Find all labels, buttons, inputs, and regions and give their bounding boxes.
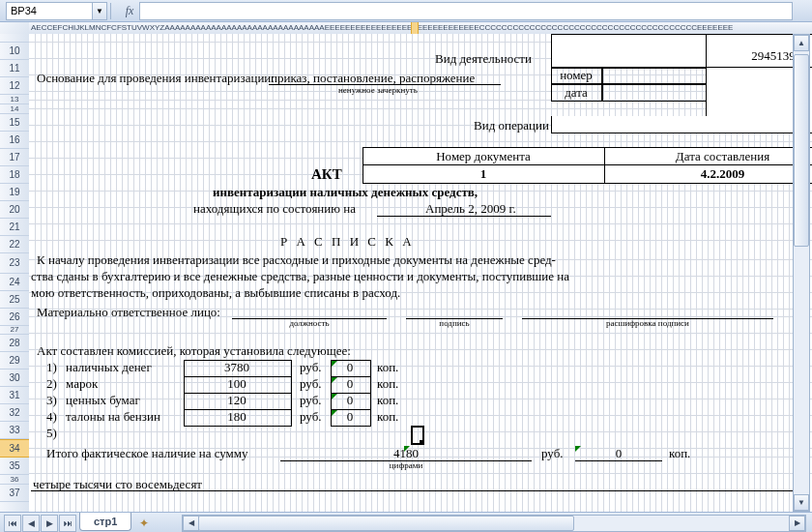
sheet-tab-1[interactable]: стр1 xyxy=(79,513,131,531)
tab-last-button[interactable]: ⏭ xyxy=(59,515,76,532)
row-header[interactable]: 16 xyxy=(0,132,29,149)
rub-unit: руб. xyxy=(300,393,322,408)
row-header[interactable]: 13 xyxy=(0,95,29,104)
paragraph-1: К началу проведения инвентаризации все р… xyxy=(37,252,556,268)
total-rub-unit: руб. xyxy=(541,446,564,461)
doc-date-value: 4.2.2009 xyxy=(604,166,812,182)
paragraph-2: ства сданы в бухгалтерию и все денежные … xyxy=(31,269,569,284)
tab-prev-button[interactable]: ◀ xyxy=(22,515,40,532)
row-headers[interactable]: 1011121314151617181920212223242526272829… xyxy=(0,34,30,512)
selected-column-marker xyxy=(411,22,419,34)
horizontal-scroll-thumb[interactable] xyxy=(198,516,573,531)
doc-number-value: 1 xyxy=(362,166,604,182)
row-header[interactable]: 26 xyxy=(0,309,29,326)
activity-type-label: Вид деятельности xyxy=(435,51,532,67)
row-header[interactable]: 14 xyxy=(0,104,29,114)
rub-unit: руб. xyxy=(300,360,322,375)
row-header[interactable]: 30 xyxy=(0,369,29,387)
tab-first-button[interactable]: ⏮ xyxy=(4,515,21,532)
insert-sheet-button[interactable]: ✦ xyxy=(135,516,153,531)
row-header[interactable]: 11 xyxy=(0,60,29,77)
row-header[interactable]: 20 xyxy=(0,201,29,219)
error-indicator-icon xyxy=(332,377,337,383)
total-label: Итого фактическое наличие на сумму xyxy=(46,446,248,461)
item-rub[interactable]: 3780 xyxy=(184,360,290,375)
kop-unit: коп. xyxy=(377,393,398,408)
row-header[interactable]: 33 xyxy=(0,422,29,439)
scroll-up-button[interactable]: ▲ xyxy=(794,35,809,51)
item-name: наличных денег xyxy=(66,360,152,375)
raspiska-heading: Р А С П И С К А xyxy=(280,234,415,250)
basis-label: Основание для проведения инвентаризации: xyxy=(37,71,275,86)
total-kop-unit: коп. xyxy=(669,446,690,461)
name-box-dropdown[interactable]: ▼ xyxy=(93,2,107,20)
row-header[interactable]: 17 xyxy=(0,149,29,166)
error-indicator-icon xyxy=(332,394,337,399)
tab-nav: ⏮ ◀ ▶ ⏭ xyxy=(4,515,77,532)
doc-title-2a: находящихся по состоянию на xyxy=(193,201,356,217)
rub-unit: руб. xyxy=(300,376,322,392)
row-header[interactable]: 25 xyxy=(0,291,29,309)
row-header[interactable]: 23 xyxy=(0,253,29,274)
row-header[interactable]: 27 xyxy=(0,326,29,335)
tab-next-button[interactable]: ▶ xyxy=(41,515,58,532)
item-rub[interactable]: 120 xyxy=(184,393,290,408)
row-header[interactable]: 29 xyxy=(0,352,29,369)
error-indicator-icon xyxy=(404,446,410,452)
paragraph-3: мою ответственность, оприходованы, а выб… xyxy=(31,285,400,301)
row-header[interactable] xyxy=(0,34,29,43)
signature-label: подпись xyxy=(406,318,503,328)
row-header[interactable]: 15 xyxy=(0,114,29,132)
chevron-down-icon: ▼ xyxy=(96,7,103,15)
commission-text: Акт составлен комиссией, которая установ… xyxy=(37,343,351,359)
kop-unit: коп. xyxy=(377,376,398,392)
decrypt-label: расшифровка подписи xyxy=(522,318,773,328)
doc-title-1: инвентаризации наличных денежных средств… xyxy=(213,185,478,200)
fill-handle[interactable] xyxy=(420,440,424,445)
item-number: 2) xyxy=(46,376,57,392)
vertical-scrollbar[interactable]: ▲ ▼ xyxy=(793,34,810,512)
sheet-content[interactable]: Вид деятельности 2945139 Основание для п… xyxy=(29,34,812,512)
error-indicator-icon xyxy=(332,361,337,367)
item-name: ценных бумаг xyxy=(66,393,140,408)
row-header[interactable]: 22 xyxy=(0,236,29,253)
row-header[interactable]: 12 xyxy=(0,77,29,95)
item-rub[interactable]: 100 xyxy=(184,376,290,392)
row-header[interactable]: 32 xyxy=(0,404,29,422)
scroll-left-button[interactable]: ◀ xyxy=(183,516,199,531)
item-number: 4) xyxy=(46,409,57,425)
row-header[interactable]: 35 xyxy=(0,458,29,475)
fx-button[interactable]: fx xyxy=(120,3,139,19)
number-label: номер xyxy=(551,68,601,83)
name-box[interactable]: BP34 xyxy=(6,2,93,20)
operation-type-label: Вид операции xyxy=(474,118,549,133)
row-header[interactable]: 28 xyxy=(0,335,29,352)
scroll-down-button[interactable]: ▼ xyxy=(794,494,809,511)
row-header[interactable]: 36 xyxy=(0,475,29,485)
kop-unit: коп. xyxy=(377,409,398,425)
spreadsheet-grid[interactable]: AECCEFCHIJKLMNCFCFSTUVWXYZAAAAAAAAAAAAAA… xyxy=(0,22,812,512)
row-header[interactable]: 18 xyxy=(0,166,29,184)
row-header[interactable]: 19 xyxy=(0,184,29,201)
error-indicator-icon xyxy=(332,410,337,416)
item-number: 3) xyxy=(46,393,57,408)
rub-unit: руб. xyxy=(300,409,322,425)
formula-input[interactable] xyxy=(139,2,793,20)
row-header[interactable]: 24 xyxy=(0,274,29,291)
item-rub[interactable]: 180 xyxy=(184,409,290,425)
row-header[interactable]: 34 xyxy=(0,439,29,458)
item-name: марок xyxy=(66,376,98,392)
row-header[interactable]: 37 xyxy=(0,485,29,502)
horizontal-scrollbar[interactable]: ◀ ▶ xyxy=(182,515,806,532)
total-kop: 0 xyxy=(575,446,662,461)
akt-title: АКТ xyxy=(311,166,342,183)
item-name: талоны на бензин xyxy=(66,409,160,425)
row-header[interactable]: 21 xyxy=(0,219,29,236)
vertical-scroll-thumb[interactable] xyxy=(794,54,809,247)
sheet-tab-bar: ⏮ ◀ ▶ ⏭ стр1 ✦ ◀ ▶ xyxy=(0,512,812,532)
row-header[interactable]: 31 xyxy=(0,387,29,404)
doc-number-header: Номер документа xyxy=(362,149,604,164)
scroll-right-button[interactable]: ▶ xyxy=(789,516,805,531)
row-header[interactable]: 10 xyxy=(0,43,29,60)
item-number: 1) xyxy=(46,360,57,375)
